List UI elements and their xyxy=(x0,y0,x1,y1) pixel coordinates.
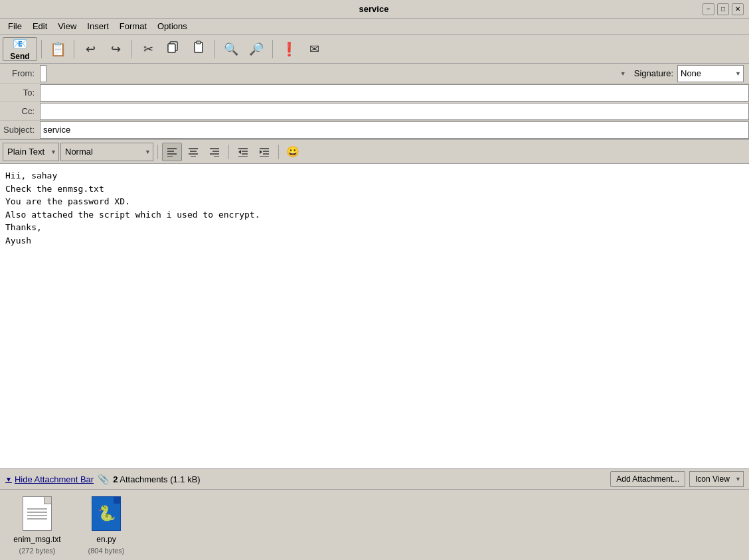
to-row: To: xyxy=(0,84,749,102)
signature-section: Signature: None xyxy=(629,65,749,82)
priority-button[interactable]: ❗ xyxy=(277,37,301,61)
cc-input[interactable] xyxy=(40,103,749,120)
paste-icon xyxy=(193,40,205,57)
toolbar: 📧 Send 📋 ↩ ↪ ✂ 🔍 🔎 xyxy=(0,35,749,64)
attachment-bar-right: Add Attachment... Icon View List View xyxy=(610,471,744,487)
toolbar-sep-1 xyxy=(41,40,42,58)
attachment-item-txt[interactable]: enim_msg.txt (272 bytes) xyxy=(11,495,64,555)
priority-icon: ❗ xyxy=(281,41,297,57)
text-format-select[interactable]: Plain Text HTML xyxy=(3,143,59,161)
py-filename: en.py xyxy=(96,535,116,544)
send-icon: 📧 xyxy=(13,36,27,51)
attachment-item-py[interactable]: 🐍 en.py (804 bytes) xyxy=(80,495,133,555)
redo-icon: ↪ xyxy=(111,42,121,56)
undo-icon: ↩ xyxy=(86,42,96,56)
txt-icon-shape xyxy=(23,496,52,531)
signature-select-wrap: None xyxy=(677,65,744,82)
find-button[interactable]: 🔍 xyxy=(219,37,243,61)
svg-rect-1 xyxy=(168,44,175,52)
style-select[interactable]: Normal Heading 1 Heading 2 Heading 3 Pre… xyxy=(60,143,153,161)
main-content: From: Signature: None To: Cc: xyxy=(0,64,749,560)
txt-filename: enim_msg.txt xyxy=(13,535,60,544)
subject-label: Subject: xyxy=(0,125,40,135)
attachment-paperclip-icon: 📎 xyxy=(98,474,109,484)
close-button[interactable]: ✕ xyxy=(732,3,744,15)
triangle-icon: ▼ xyxy=(5,476,12,483)
digital-sign-icon: ✉ xyxy=(309,42,319,56)
to-input[interactable] xyxy=(40,84,749,102)
toolbar-sep-2 xyxy=(74,40,74,58)
format-bar: Plain Text HTML Normal Heading 1 Heading… xyxy=(0,140,749,164)
window-title: service xyxy=(45,4,703,14)
find-replace-button[interactable]: 🔎 xyxy=(244,37,268,61)
window-controls: − □ ✕ xyxy=(703,3,744,15)
view-select[interactable]: Icon View List View xyxy=(689,471,744,487)
toolbar-sep-4 xyxy=(214,40,215,58)
maximize-button[interactable]: □ xyxy=(717,3,729,15)
copy-button[interactable] xyxy=(161,37,185,61)
svg-marker-22 xyxy=(260,150,262,154)
fmt-sep-3 xyxy=(278,145,279,159)
from-select[interactable] xyxy=(40,65,46,82)
cc-label: Cc: xyxy=(0,106,40,116)
align-left-button[interactable] xyxy=(162,143,182,161)
menu-edit[interactable]: Edit xyxy=(27,20,52,33)
text-format-dropdown: Plain Text HTML xyxy=(3,143,59,161)
menu-format[interactable]: Format xyxy=(114,20,152,33)
emoji-icon: 😀 xyxy=(286,145,299,158)
fmt-sep-1 xyxy=(157,145,158,159)
txt-file-icon xyxy=(21,495,53,532)
attachment-area: enim_msg.txt (272 bytes) 🐍 en.py (804 by… xyxy=(0,490,749,560)
title-bar: service − □ ✕ xyxy=(0,0,749,19)
indent-decrease-button[interactable] xyxy=(233,143,253,161)
toolbar-sep-3 xyxy=(131,40,132,58)
minimize-button[interactable]: − xyxy=(703,3,714,15)
menu-insert[interactable]: Insert xyxy=(82,20,114,33)
add-attachment-button[interactable]: Add Attachment... xyxy=(610,471,685,487)
subject-row: Subject: xyxy=(0,121,749,139)
to-label: To: xyxy=(0,88,40,98)
emoji-button[interactable]: 😀 xyxy=(283,143,303,161)
menu-file[interactable]: File xyxy=(3,20,27,33)
cut-button[interactable]: ✂ xyxy=(136,37,160,61)
header-fields: From: Signature: None To: Cc: xyxy=(0,64,749,140)
attachment-bar-left: ▼ Hide Attachment Bar 📎 2 Attachments (1… xyxy=(5,474,201,484)
attachment-bar-header: ▼ Hide Attachment Bar 📎 2 Attachments (1… xyxy=(0,468,749,490)
digital-sign-button[interactable]: ✉ xyxy=(302,37,326,61)
paste-button[interactable] xyxy=(187,37,210,61)
find-icon: 🔍 xyxy=(224,42,238,56)
txt-filesize: (272 bytes) xyxy=(19,547,55,555)
align-right-button[interactable] xyxy=(205,143,224,161)
toolbar-sep-5 xyxy=(272,40,273,58)
py-icon-shape: 🐍 xyxy=(92,496,121,531)
signature-label: Signature: xyxy=(634,68,673,78)
email-body[interactable]: Hii, sahay Check the enmsg.txt You are t… xyxy=(0,164,749,468)
view-dropdown-wrap: Icon View List View xyxy=(689,471,744,487)
attachment-count: 2 Attachments (1.1 kB) xyxy=(113,474,201,484)
find-replace-icon: 🔎 xyxy=(249,42,264,56)
indent-increase-button[interactable] xyxy=(254,143,274,161)
subject-input[interactable] xyxy=(40,121,749,139)
attachment-number: 2 xyxy=(113,474,118,484)
undo-button[interactable]: ↩ xyxy=(78,37,102,61)
copy-icon xyxy=(167,41,179,56)
send-button[interactable]: 📧 Send xyxy=(3,37,37,61)
redo-button[interactable]: ↪ xyxy=(104,37,127,61)
menu-view[interactable]: View xyxy=(52,20,82,33)
cut-icon: ✂ xyxy=(143,42,153,56)
hide-attachment-bar-button[interactable]: ▼ Hide Attachment Bar xyxy=(5,474,94,484)
from-label: From: xyxy=(0,68,40,78)
py-filesize: (804 bytes) xyxy=(88,547,124,555)
hide-bar-label: Hide Attachment Bar xyxy=(15,474,94,484)
from-field-wrap xyxy=(40,65,629,82)
svg-rect-3 xyxy=(197,41,201,44)
cc-row: Cc: xyxy=(0,102,749,121)
send-options-button[interactable]: 📋 xyxy=(46,37,70,61)
align-center-button[interactable] xyxy=(183,143,203,161)
menu-bar: File Edit View Insert Format Options xyxy=(0,19,749,35)
attachment-summary: Attachments (1.1 kB) xyxy=(120,474,200,484)
menu-options[interactable]: Options xyxy=(152,20,193,33)
py-file-icon: 🐍 xyxy=(90,495,122,532)
signature-select[interactable]: None xyxy=(677,65,744,82)
style-dropdown: Normal Heading 1 Heading 2 Heading 3 Pre… xyxy=(60,143,153,161)
